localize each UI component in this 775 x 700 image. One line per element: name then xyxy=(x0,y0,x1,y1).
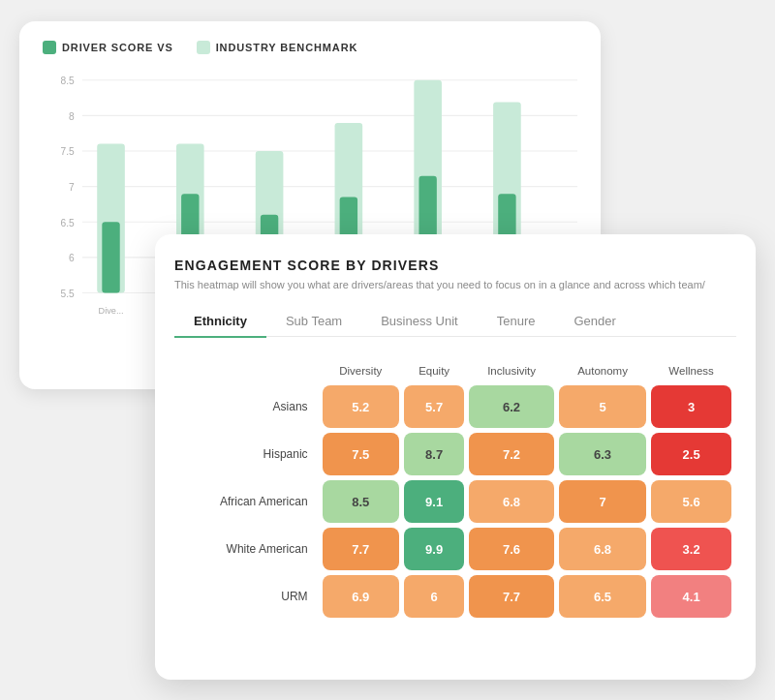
legend-driver-score: DRIVER SCORE VS xyxy=(43,41,173,54)
heatmap-cell: 6.9 xyxy=(323,575,399,618)
tab-gender[interactable]: Gender xyxy=(554,306,635,338)
heatmap-cell: 5.2 xyxy=(323,385,399,428)
heatmap-cell: 6.8 xyxy=(469,480,554,523)
heatmap-cell: 6 xyxy=(404,575,464,618)
table-row: URM6.967.76.54.1 xyxy=(179,575,731,618)
chart-legend: DRIVER SCORE VS INDUSTRY BENCHMARK xyxy=(43,41,577,54)
heatmap-cell: 6.8 xyxy=(559,528,646,570)
row-label: Hispanic xyxy=(179,433,318,475)
svg-text:6.5: 6.5 xyxy=(61,217,75,228)
heatmap-cell: 9.1 xyxy=(404,480,464,523)
legend-dot-green xyxy=(43,41,56,54)
svg-text:8: 8 xyxy=(69,110,75,121)
heatmap-cell: 4.1 xyxy=(651,575,731,618)
table-row: White American7.79.97.66.83.2 xyxy=(179,528,731,570)
tab-businessunit[interactable]: Business Unit xyxy=(361,306,477,338)
scene: DRIVER SCORE VS INDUSTRY BENCHMARK 8.5 8 xyxy=(19,21,756,680)
heatmap-cell: 3.2 xyxy=(651,528,731,570)
col-header-wellness: Wellness xyxy=(651,361,731,380)
heatmap-cell: 7.5 xyxy=(323,433,399,475)
heatmap-cell: 7.2 xyxy=(469,433,554,475)
heatmap-cell: 9.9 xyxy=(404,528,464,570)
heatmap-cell: 8.7 xyxy=(404,433,464,475)
heatmap-subtitle: This heatmap will show you what are driv… xyxy=(174,279,736,290)
svg-text:7: 7 xyxy=(69,181,75,192)
heatmap-cell: 7.7 xyxy=(323,528,399,570)
svg-text:Dive...: Dive... xyxy=(99,304,124,315)
row-label: Asians xyxy=(179,385,318,428)
col-header-equity: Equity xyxy=(404,361,464,380)
heatmap-card: ENGAGEMENT SCORE BY DRIVERS This heatmap… xyxy=(155,234,756,680)
legend-dot-light xyxy=(197,41,210,54)
heatmap-cell: 2.5 xyxy=(651,433,731,475)
heatmap-cell: 7.7 xyxy=(469,575,554,618)
heatmap-cell: 6.2 xyxy=(469,385,554,428)
heatmap-cell: 8.5 xyxy=(323,480,399,523)
svg-text:5.5: 5.5 xyxy=(61,288,75,298)
col-header-inclusivity: Inclusivity xyxy=(469,361,554,380)
col-header-diversity: Diversity xyxy=(323,361,399,380)
table-row: Asians5.25.76.253 xyxy=(179,385,731,428)
heatmap-table: Diversity Equity Inclusivity Autonomy We… xyxy=(174,356,736,623)
tab-ethnicity[interactable]: Ethnicity xyxy=(174,306,266,338)
tab-tenure[interactable]: Tenure xyxy=(478,306,555,338)
heatmap-cell: 6.5 xyxy=(559,575,646,618)
heatmap-cell: 7.6 xyxy=(469,528,554,570)
table-row: African American8.59.16.875.6 xyxy=(179,480,731,523)
svg-rect-15 xyxy=(102,222,119,292)
table-row: Hispanic7.58.77.26.32.5 xyxy=(179,433,731,475)
svg-text:8.5: 8.5 xyxy=(61,75,75,85)
heatmap-title: ENGAGEMENT SCORE BY DRIVERS xyxy=(174,258,736,273)
tab-bar: Ethnicity Sub Team Business Unit Tenure … xyxy=(174,306,736,338)
row-label: White American xyxy=(179,528,318,570)
heatmap-cell: 7 xyxy=(559,480,646,523)
heatmap-cell: 5 xyxy=(559,385,646,428)
legend-benchmark: INDUSTRY BENCHMARK xyxy=(197,41,358,54)
svg-text:6: 6 xyxy=(69,252,75,262)
heatmap-cell: 6.3 xyxy=(559,433,646,475)
heatmap-cell: 3 xyxy=(651,385,731,428)
row-label: African American xyxy=(179,480,318,523)
svg-text:7.5: 7.5 xyxy=(61,146,75,157)
col-header-empty xyxy=(179,361,318,380)
heatmap-cell: 5.6 xyxy=(651,480,731,523)
tab-subteam[interactable]: Sub Team xyxy=(266,306,361,338)
row-label: URM xyxy=(179,575,318,618)
heatmap-cell: 5.7 xyxy=(404,385,464,428)
col-header-autonomy: Autonomy xyxy=(559,361,646,380)
